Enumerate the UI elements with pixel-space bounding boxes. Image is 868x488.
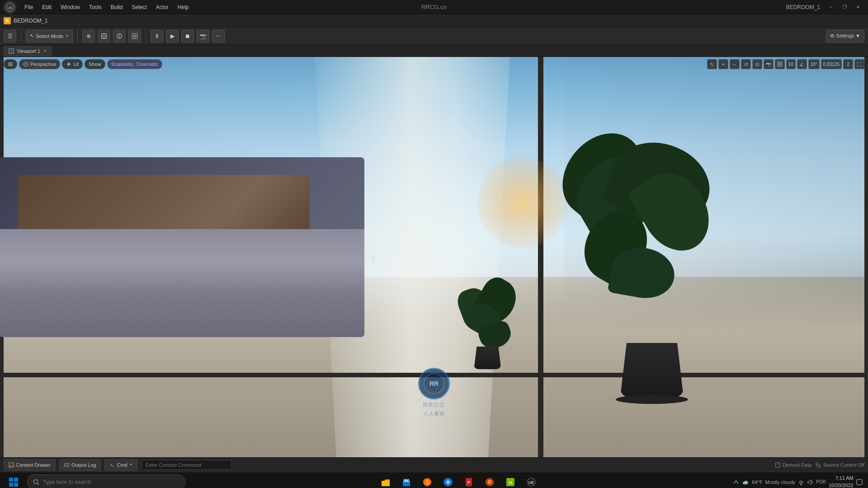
menu-tools[interactable]: Tools — [85, 2, 105, 12]
select-mode-arrow: ▼ — [65, 34, 69, 38]
minimize-button[interactable]: ─ — [825, 3, 837, 12]
taskbar-pdf[interactable]: P — [459, 472, 479, 488]
close-button[interactable]: ✕ — [852, 3, 864, 12]
console-command-input[interactable] — [142, 460, 232, 470]
system-clock[interactable]: 7:11 AM 10/20/2022 — [829, 475, 854, 488]
plant-pot-large — [620, 343, 684, 397]
restore-button[interactable]: ❐ — [838, 3, 851, 12]
svg-rect-28 — [778, 65, 779, 66]
svg-rect-47 — [382, 481, 390, 486]
taskbar-browser[interactable] — [438, 472, 458, 488]
svg-rect-66 — [857, 479, 862, 485]
weather-desc-label: Mostly cloudy — [765, 479, 796, 485]
cmd-tab[interactable]: Cmd ▼ — [104, 459, 137, 471]
svg-rect-48 — [403, 482, 410, 486]
scalability-button[interactable]: Scalability: Cinematic — [107, 59, 163, 69]
vp-rotate-icon[interactable]: ↺ — [741, 59, 751, 69]
vp-add-icon[interactable]: + — [718, 59, 728, 69]
transform-btn-2[interactable] — [98, 30, 110, 42]
svg-rect-29 — [780, 65, 782, 66]
taskbar-file-explorer[interactable] — [376, 472, 396, 488]
svg-text:R: R — [488, 480, 491, 485]
more-button[interactable]: ⋯ — [212, 30, 225, 42]
main-toolbar: ☰ ↖ Select Mode ▼ ⊕ ⏸ ▶ ⏹ 📷 ⋯ ⚙ Settings… — [0, 27, 868, 45]
stop-button[interactable]: ⏹ — [181, 30, 194, 42]
menu-file[interactable]: File — [21, 2, 37, 12]
menu-actor[interactable]: Actor — [152, 2, 172, 12]
taskbar-search-bar[interactable] — [27, 474, 185, 488]
notification-icon[interactable] — [856, 479, 863, 485]
svg-rect-43 — [9, 483, 13, 487]
svg-rect-30 — [9, 463, 14, 467]
vp-angle-icon[interactable]: ∠ — [797, 59, 807, 69]
source-control-status[interactable]: Source Control Off — [815, 462, 864, 468]
viewport-tab-close[interactable]: ✕ — [43, 48, 47, 53]
svg-text:N: N — [509, 480, 512, 485]
svg-text:UE: UE — [7, 6, 13, 10]
menu-edit[interactable]: Edit — [38, 2, 55, 12]
ue-logo-icon[interactable]: UE — [4, 1, 16, 14]
vp-transform-icon[interactable]: ↔ — [730, 59, 740, 69]
hamburger-menu-button[interactable] — [4, 59, 17, 69]
snap-btn[interactable] — [113, 30, 126, 42]
menu-select[interactable]: Select — [128, 2, 150, 12]
show-button[interactable]: Show — [85, 59, 105, 69]
app-orange-icon: S — [422, 477, 432, 487]
transform-btn-1[interactable]: ⊕ — [82, 30, 95, 42]
viewport-tab-icon — [9, 48, 14, 54]
taskbar-nvidia[interactable]: N — [500, 472, 520, 488]
menu-window[interactable]: Window — [57, 2, 84, 12]
svg-text:S: S — [425, 480, 429, 485]
taskbar-app-red[interactable]: R — [480, 472, 500, 488]
pause-button[interactable]: ⏸ — [151, 30, 163, 42]
app-red-icon: R — [485, 477, 495, 487]
window-frame-right — [864, 57, 868, 457]
bottom-panel: Content Drawer Output Log Cmd ▼ Derived … — [0, 457, 868, 472]
viewport-scene[interactable]: RR RRCG 人人素材 Perspective Lit — [0, 57, 868, 457]
svg-rect-44 — [14, 483, 18, 487]
taskbar-store[interactable] — [396, 472, 416, 488]
start-button[interactable] — [4, 472, 24, 488]
menu-help[interactable]: Help — [174, 2, 193, 12]
svg-rect-41 — [9, 478, 13, 482]
vp-grid-size[interactable]: 10 — [786, 59, 796, 69]
chevron-up-icon[interactable] — [733, 479, 739, 485]
vp-grid-icon[interactable] — [775, 59, 785, 69]
store-icon — [401, 477, 411, 487]
viewport-tab-1[interactable]: Viewport 1 ✕ — [4, 46, 52, 56]
vp-scale-icon[interactable]: ⊡ — [752, 59, 762, 69]
vp-overlay-count[interactable]: 2 — [843, 59, 853, 69]
grid-btn[interactable] — [128, 30, 141, 42]
project-icon: B — [4, 17, 11, 24]
svg-line-46 — [38, 483, 39, 485]
vp-camera-icon[interactable]: 📷 — [764, 59, 774, 69]
taskbar-search-input[interactable] — [43, 479, 179, 485]
lit-button[interactable]: Lit — [62, 59, 83, 69]
bottom-status-right: Derived Data Source Control Off — [774, 462, 864, 468]
settings-button[interactable]: ⚙ Settings ▼ — [826, 30, 864, 42]
nvidia-icon: N — [505, 477, 515, 487]
svg-point-20 — [24, 63, 28, 65]
select-mode-label: Select Mode — [36, 33, 63, 39]
content-drawer-tab[interactable]: Content Drawer — [4, 459, 56, 471]
vp-fullscreen-icon[interactable]: ⛶ — [854, 59, 864, 69]
scene-background: RR RRCG 人人素材 — [0, 57, 868, 457]
taskbar-ue-app[interactable]: UE — [521, 472, 541, 488]
select-mode-button[interactable]: ↖ Select Mode ▼ — [26, 30, 73, 42]
vp-select-icon[interactable]: ↖ — [707, 59, 717, 69]
vp-scale-snap[interactable]: 0.03125 — [821, 59, 842, 69]
svg-marker-65 — [808, 480, 811, 484]
derived-data-status[interactable]: Derived Data — [774, 462, 811, 468]
window-title-text: BEDROOM_1 — [786, 4, 820, 10]
vp-angle-snap[interactable]: 10° — [808, 59, 820, 69]
menu-build[interactable]: Build — [107, 2, 127, 12]
output-log-tab[interactable]: Output Log — [59, 459, 101, 471]
svg-rect-27 — [780, 62, 782, 64]
camera-button[interactable]: 📷 — [197, 30, 209, 42]
viewport-container: Viewport 1 ✕ — [0, 45, 868, 457]
perspective-button[interactable]: Perspective — [19, 59, 60, 69]
window-controls: ─ ❐ ✕ — [825, 3, 864, 12]
taskbar-app-orange[interactable]: S — [417, 472, 437, 488]
toolbar-menu-button[interactable]: ☰ — [4, 30, 16, 42]
play-button[interactable]: ▶ — [166, 30, 179, 42]
